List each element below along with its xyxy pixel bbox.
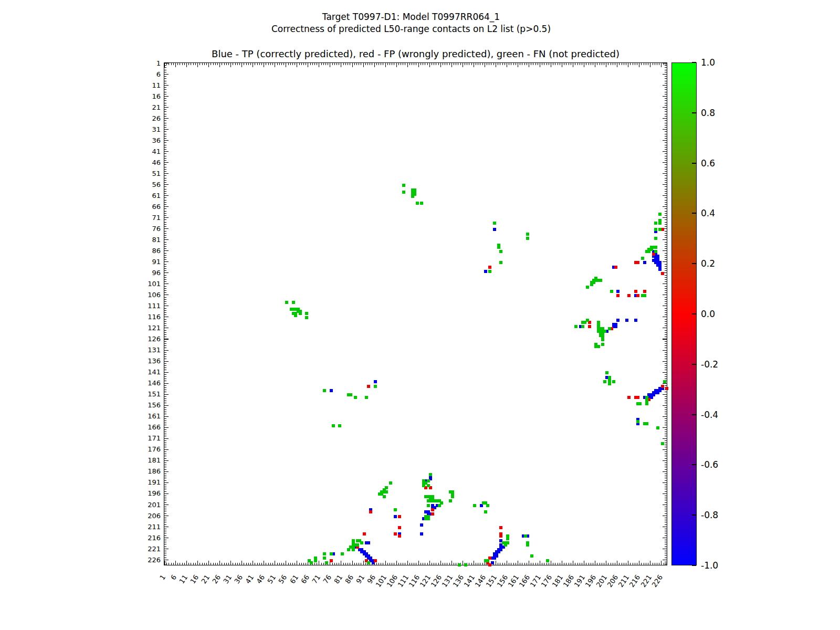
contact-point [488,563,491,566]
contact-point [305,312,308,315]
contact-point [367,385,370,388]
contact-point [643,261,646,264]
contact-point [332,424,335,427]
contact-point [656,391,659,394]
colorbar-tick-label: 0.8 [701,108,732,118]
contact-point [661,272,664,275]
contact-point [429,473,432,476]
colorbar-tick [692,213,696,214]
contact-point [654,250,657,253]
colorbar-tick-label: 1.0 [701,57,732,68]
contact-point [645,422,648,425]
contact-point [374,380,377,383]
y-tick-label: 6 [138,70,161,78]
y-tick-label: 221 [138,545,161,553]
plot-area [164,62,667,565]
contact-point [431,512,434,516]
contact-point [420,202,423,205]
contact-point [581,325,584,328]
contact-point [643,294,646,297]
contact-point [389,481,392,485]
contact-point [499,534,502,538]
contact-point [616,294,620,297]
suptitle-line2: Correctness of predicted L50-range conta… [0,23,822,35]
contact-point [488,270,491,273]
colorbar-tick [692,514,696,516]
y-tick-label: 101 [138,280,161,288]
contact-point [599,279,602,282]
y-tick-label: 196 [138,489,161,497]
y-tick-label: 56 [138,181,161,188]
contact-point [363,532,366,536]
colorbar-tick-label: 0.4 [701,208,732,218]
contact-point [601,338,604,341]
contact-point [338,424,341,427]
contact-point [402,184,405,187]
y-tick-label: 191 [138,478,161,486]
contact-point [431,508,434,511]
contact-point [586,319,589,322]
y-tick-label: 76 [138,225,161,233]
y-tick-label: 121 [138,324,161,332]
axes-title-legend: Blue - TP (correctly predicted), red - F… [164,48,667,59]
contact-point [374,559,377,562]
contact-point [394,515,397,518]
y-tick-label: 141 [138,368,161,376]
contact-point [420,532,423,536]
contact-point [422,484,425,487]
contact-point [427,504,430,507]
contact-point [354,396,357,399]
contact-point [294,314,297,317]
contact-point [330,559,333,562]
y-tick-label: 106 [138,291,161,299]
contact-point [614,266,617,269]
y-tick-label: 186 [138,467,161,475]
colorbar-tick-label: -0.4 [701,410,732,420]
contact-point [603,380,606,383]
y-tick-label: 111 [138,302,161,310]
colorbar-tick-label: -0.6 [701,459,732,470]
contact-point [488,266,491,269]
y-tick-label: 176 [138,445,161,453]
colorbar-tick [692,464,696,465]
colorbar-tick [692,263,696,264]
contact-point [643,290,646,293]
x-axis-major-ticks-bottom [164,561,667,565]
contact-point [634,290,637,293]
figure-suptitle: Target T0997-D1: Model T0997RR064_1 Corr… [0,11,822,35]
contact-point [504,543,507,547]
contact-point [661,385,664,388]
contact-point [661,442,664,445]
contact-point [299,312,302,315]
contact-point [499,250,502,253]
contact-point [484,270,487,273]
contact-point [413,193,416,196]
contact-point [330,552,333,555]
y-tick-label: 146 [138,379,161,387]
contact-point [654,222,657,225]
contact-point [305,316,308,319]
contact-point [636,261,639,264]
contact-point [526,543,529,547]
y-tick-label: 136 [138,357,161,365]
figure: Target T0997-D1: Model T0997RR064_1 Corr… [0,0,840,630]
y-tick-label: 181 [138,456,161,464]
contact-point [526,233,529,236]
contact-point [402,191,405,194]
contact-point [347,548,350,551]
contact-point [486,504,489,507]
contact-point [323,552,326,555]
y-tick-label: 131 [138,346,161,354]
contact-point [310,561,313,564]
contact-point [638,402,642,405]
colorbar-tick [692,565,696,566]
y-tick-label: 66 [138,203,161,211]
contact-point [367,561,370,564]
colorbar-tick [692,313,696,314]
x-axis-major-ticks-top [164,63,667,67]
contact-point [506,537,509,540]
contact-point [658,268,662,271]
contact-point [597,345,600,348]
y-axis-major-ticks-left [164,63,169,565]
y-tick-label: 211 [138,523,161,531]
